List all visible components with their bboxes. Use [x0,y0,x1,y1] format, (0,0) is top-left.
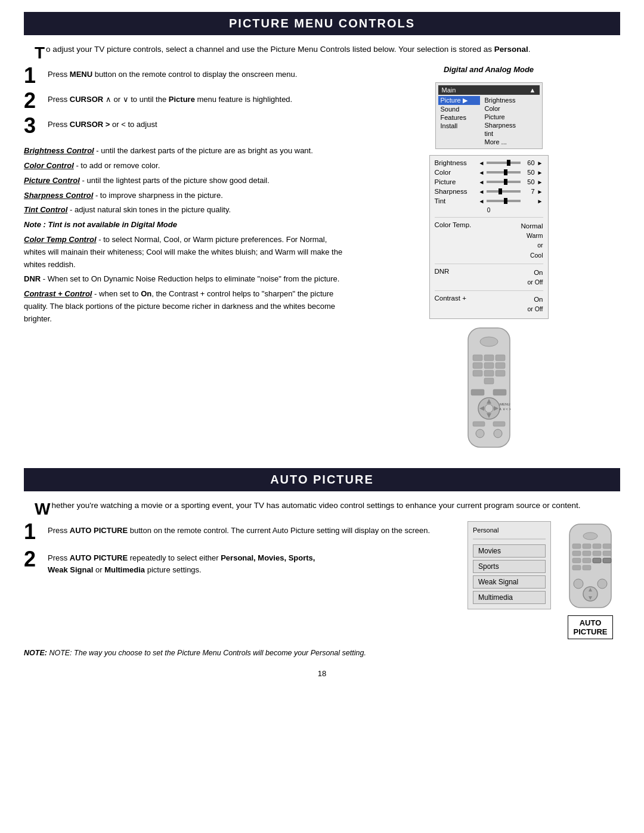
auto-picture-intro: Whether you're watching a movie or a spo… [24,500,620,512]
svg-rect-37 [583,558,591,563]
auto-remote-svg [561,521,620,611]
auto-step-num-1: 1 [24,521,42,543]
auto-right-col: Personal Movies Sports Weak Signal Multi… [467,521,620,639]
tint-slider-row: Tint ◄ ► [435,197,543,205]
svg-rect-12 [471,389,484,395]
submenu-tint: tint [482,129,536,138]
menu-item-features: Features [438,113,480,122]
picture-left-arrow: ◄ [479,179,485,185]
svg-rect-35 [603,551,611,556]
picture-bar [487,181,520,183]
svg-rect-23 [493,422,505,426]
auto-picture-section: AUTO PICTURE Whether you're watching a m… [24,468,620,657]
step-number-2: 2 [24,90,42,112]
svg-rect-7 [496,363,505,368]
menu-divider [473,538,546,540]
contrast-control: Contrast + Control - when set to On, the… [24,288,345,325]
svg-rect-3 [484,355,494,361]
svg-rect-22 [473,422,485,426]
color-control: Color Control - to add or remove color. [24,160,345,172]
svg-rect-10 [496,370,505,376]
svg-rect-34 [593,551,601,556]
sharpness-thumb [499,188,502,194]
tint-zero: 0 [435,207,543,213]
auto-step-2-text: Press AUTO PICTURE repeatedly to select … [48,549,315,575]
menu-bar-arrow: ▲ [530,86,536,94]
step-1-text: Press MENU button on the remote control … [48,65,297,80]
intro-text-body: o adjust your TV picture controls, selec… [46,45,494,54]
tv-menu-columns: Picture ▶ Sound Features Install Brightn… [438,96,540,146]
tv-menu-right: Brightness Color Picture Sharpness tint … [482,96,536,146]
svg-rect-31 [603,544,611,549]
auto-step-num-2: 2 [24,549,42,570]
svg-text:∧ ∨ < >: ∧ ∨ < > [499,407,512,411]
submenu-brightness: Brightness [482,96,536,104]
auto-picture-label: AUTO PICTURE [568,615,612,639]
auto-menu-sports: Sports [473,560,546,573]
svg-rect-32 [572,551,581,556]
color-temp-row: Color Temp. NormalWarmorCool [435,221,543,259]
note-tint: Note : Tint is not available in Digital … [24,219,345,231]
intro-personal: Personal [494,45,528,54]
tint-thumb [504,198,507,204]
svg-rect-30 [593,544,601,549]
step-1: 1 Press MENU button on the remote contro… [24,65,345,86]
divider-1 [435,217,543,218]
menu-item-picture: Picture ▶ [438,96,480,105]
svg-point-19 [485,404,493,413]
color-temp-label: Color Temp. [435,221,472,228]
auto-step-1-text: Press AUTO PICTURE button on the remote … [48,521,430,537]
sharpness-slider-row: Sharpness ◄ 7 ► [435,188,543,195]
brightness-left-arrow: ◄ [479,160,485,166]
auto-menu-screen: Personal Movies Sports Weak Signal Multi… [467,521,551,609]
svg-point-42 [574,579,583,589]
sharpness-left-arrow: ◄ [479,188,485,195]
svg-point-27 [583,532,597,540]
svg-rect-40 [572,565,581,570]
step-3-text: Press CURSOR > or < to adjust [48,115,157,131]
submenu-more: More ... [482,138,536,146]
auto-menu-movies: Movies [473,544,546,558]
svg-rect-13 [493,389,506,395]
brightness-right-arrow: ► [537,160,543,166]
submenu-color: Color [482,104,536,113]
svg-rect-36 [572,558,581,563]
drop-cap-w: W [35,501,50,518]
auto-picture-header: AUTO PICTURE [24,468,620,491]
submenu-sharpness: Sharpness [482,121,536,129]
step-2-text: Press CURSOR ∧ or ∨ to until the Picture… [48,90,292,106]
drop-cap-t: T [35,45,45,61]
auto-picture-content: 1 Press AUTO PICTURE button on the remot… [24,521,620,639]
auto-right-inner: Personal Movies Sports Weak Signal Multi… [467,521,620,639]
svg-rect-41 [583,565,591,570]
tint-control: Tint Control - adjust natural skin tones… [24,204,345,216]
svg-rect-8 [473,370,482,376]
auto-menu-wrapper: Personal Movies Sports Weak Signal Multi… [467,521,551,609]
svg-rect-39 [603,558,611,563]
color-left-arrow: ◄ [479,169,485,176]
sharpness-right-arrow: ► [537,188,543,195]
svg-point-24 [476,429,484,438]
left-column: 1 Press MENU button on the remote contro… [24,65,345,450]
auto-label-line1: AUTO [580,618,602,627]
sharpness-value: 7 [523,188,535,195]
auto-intro-text: hether you're watching a movie or a spor… [51,501,580,510]
svg-point-43 [597,579,607,589]
svg-rect-2 [473,355,482,361]
svg-text:MENU: MENU [500,402,510,406]
menu-item-install: Install [438,122,480,130]
color-temp-value: NormalWarmorCool [521,221,543,259]
picture-menu-section: PICTURE MENU CONTROLS To adjust your TV … [24,12,620,450]
menu-item-sound: Sound [438,105,480,113]
page-number: 18 [24,669,620,678]
color-temp-control: Color Temp Control - to select Normal, C… [24,234,345,271]
step-number-3: 3 [24,115,42,137]
svg-rect-38 [593,558,601,563]
menu-bar-text: Main [442,86,456,94]
picture-control: Picture Control - until the lightest par… [24,175,345,187]
control-descriptions: Brightness Control - until the darkest p… [24,145,345,325]
brightness-slider-row: Brightness ◄ 60 ► [435,159,543,166]
auto-remote-wrapper: AUTO PICTURE [561,521,620,639]
steps-container: 1 Press MENU button on the remote contro… [24,65,345,137]
step-2: 2 Press CURSOR ∧ or ∨ to until the Pictu… [24,90,345,112]
